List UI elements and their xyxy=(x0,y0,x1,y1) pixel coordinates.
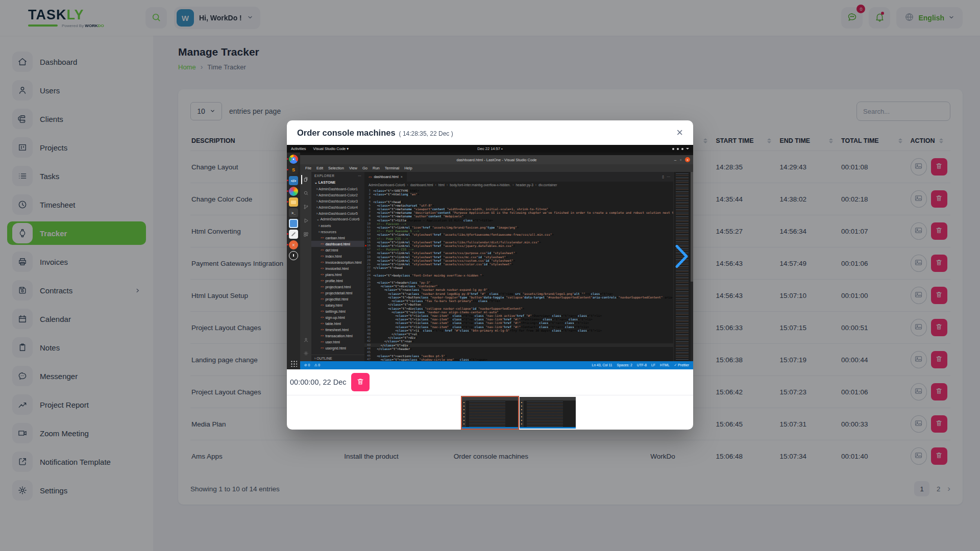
screenshot-file: <>settings.html xyxy=(311,308,364,314)
screenshot-file: <>user.html xyxy=(311,339,364,345)
disabled-app-icon: × xyxy=(289,240,298,249)
modal-title: Order console machines xyxy=(297,128,396,138)
screenshot-ubuntu-topbar: Activities Visual Studio Code ▾ Dec 22 1… xyxy=(287,145,693,153)
screenshot-system-tray xyxy=(672,148,689,150)
screenshot-activity-bar xyxy=(300,172,311,361)
tracker-photo-modal: Order console machines ( 14:28:35, 22 De… xyxy=(287,120,693,430)
screenshot-file: <>profile.html xyxy=(311,278,364,284)
screenshot-menu-selection: Selection xyxy=(328,166,344,170)
screenshot-file: <>table.html xyxy=(311,320,364,327)
screenshot-window-title: dashboard.html - LastOne - Visual Studio… xyxy=(456,158,536,162)
modal-subtitle: ( 14:28:35, 22 Dec ) xyxy=(399,129,453,137)
screenshot-file: <>invoicelist.html xyxy=(311,265,364,271)
carousel-next-button[interactable] xyxy=(673,242,690,272)
screenshot-subfolder: › assets xyxy=(311,222,364,229)
screenshot-menu-edit: Edit xyxy=(316,166,323,170)
screenshot-folder: › AdminDashboard-Color1 xyxy=(311,186,364,192)
trash-icon xyxy=(356,378,364,387)
screenshot-app-label: Visual Studio Code ▾ xyxy=(313,146,349,151)
screenshot-menu-bar: FileEditSelectionViewGoRunTerminalHelp xyxy=(300,164,693,172)
screenshot-file: <>canban.html xyxy=(311,235,364,241)
screenshot-folder: › AdminDashboard-Color2 xyxy=(311,192,364,198)
screenshot-file: <>sign-up.html xyxy=(311,314,364,320)
screenshot-explorer-panel: EXPLORER⋯⌄ LASTONE› AdminDashboard-Color… xyxy=(311,172,364,361)
chrome-icon xyxy=(289,155,298,164)
screenshot-menu-terminal: Terminal xyxy=(385,166,399,170)
screenshot-file: <>timesheet.html xyxy=(311,327,364,333)
screenshot-outline-label: › OUTLINE xyxy=(311,355,364,361)
text-editor-icon xyxy=(289,230,298,239)
screenshot-window-controls: – ▫ × xyxy=(674,155,690,164)
files-icon xyxy=(301,175,309,184)
screenshot-file: <>projectcard.html xyxy=(311,284,364,290)
screenshot-subfolder: › resources xyxy=(311,229,364,235)
screenshot-menu-help: Help xyxy=(404,166,412,170)
search-icon xyxy=(303,189,309,198)
screenshot-thumbnail-2[interactable] xyxy=(520,397,576,429)
screenshot-menu-go: Go xyxy=(362,166,368,170)
screenshot-file: <>def.html xyxy=(311,247,364,253)
screenshot-file: <>salary.html xyxy=(311,302,364,308)
screenshot-code: 1<class="t">!DOCTYPE html>2<class="t">ht… xyxy=(364,188,673,361)
screenshot-editor-tab: <> dashboard.html × xyxy=(364,172,407,182)
screenshot-folder: › AdminDashboard-Color5 xyxy=(311,210,364,216)
screenshot-menu-run: Run xyxy=(373,166,380,170)
screenshot-close-dot: × xyxy=(685,157,690,162)
extensions-icon xyxy=(303,230,309,239)
screenshot-scrollbar xyxy=(691,172,693,361)
screenshot-file: <>invoicedescription.html xyxy=(311,259,364,265)
capture-time-label: 00:00:00, 22 Dec xyxy=(290,378,346,386)
screenshot-tool-icon xyxy=(289,219,298,228)
screenshot-folder: › AdminDashboard-Color4 xyxy=(311,204,364,210)
screenshot-clock: Dec 22 14:57 • xyxy=(477,146,502,151)
screenshot-editor-breadcrumb: AdminDashboard-Color6 › dashboard.html ›… xyxy=(364,182,673,188)
screenshot-dock: S</>>_× xyxy=(287,153,300,369)
screenshot-editor: <> dashboard.html × ▯⋯ AdminDashboard-Co… xyxy=(364,172,673,361)
screenshot-file: <>projectlist.html xyxy=(311,296,364,302)
terminal-icon: >_ xyxy=(289,208,298,217)
tracker-screenshot-image: Activities Visual Studio Code ▾ Dec 22 1… xyxy=(287,145,693,369)
screenshot-folder-expanded: ⌄ AdminDashboard-Color6 xyxy=(311,216,364,222)
screenshot-status-bar: ⊘ 0⚠ 0 Ln 43, Col 11Spaces: 2UTF-8LFHTML… xyxy=(300,361,693,369)
screenshot-file: <>usergrid.html xyxy=(311,345,364,351)
screenshot-thumbnail-1-selected[interactable] xyxy=(462,397,518,429)
run-debug-icon xyxy=(303,216,309,226)
chevron-right-icon xyxy=(673,265,690,272)
screenshot-file: <>transacation.html xyxy=(311,333,364,339)
account-icon xyxy=(303,336,309,345)
screenshot-folder: › AdminDashboard-Color3 xyxy=(311,198,364,204)
files-icon xyxy=(289,197,298,207)
screenshot-menu-file: File xyxy=(305,166,311,170)
screenshot-file: <>index.html xyxy=(311,253,364,259)
show-apps-icon xyxy=(290,360,297,367)
screenshot-file: <>dashboard.html xyxy=(311,241,364,247)
sublime-icon: S xyxy=(289,165,298,174)
timer-icon xyxy=(289,251,298,260)
screenshot-file: <>plans.html xyxy=(311,271,364,278)
screenshot-file: <>projectdetail.html xyxy=(311,290,364,296)
screenshot-workspace-label: ⌄ LASTONE xyxy=(311,180,364,186)
screenshot-activities-label: Activities xyxy=(291,146,306,151)
source-control-icon xyxy=(303,203,309,212)
thumbnail-carousel xyxy=(287,395,693,430)
close-icon[interactable]: × xyxy=(676,127,683,138)
vscode-icon: </> xyxy=(289,176,298,185)
color-wheel-icon xyxy=(289,187,298,196)
screenshot-vscode-window: dashboard.html - LastOne - Visual Studio… xyxy=(300,155,693,369)
delete-capture-button[interactable] xyxy=(351,373,370,391)
gear-icon xyxy=(303,349,309,358)
screenshot-menu-view: View xyxy=(349,166,357,170)
